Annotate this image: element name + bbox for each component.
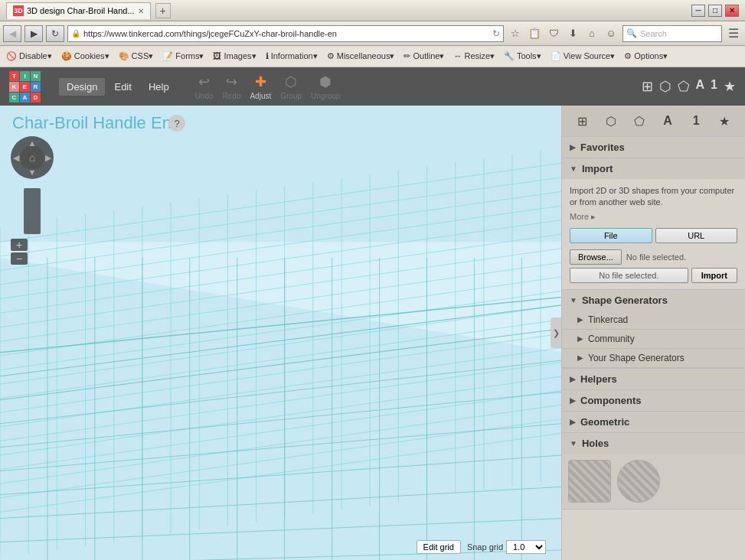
compass-control[interactable]: ▲ ▼ ◀ ▶ ⌂ xyxy=(11,136,54,179)
ungroup-label: Ungroup xyxy=(311,92,340,100)
tinkercad-header[interactable]: ▶ Tinkercad xyxy=(562,311,745,329)
panel-shape-icon[interactable]: ⬠ xyxy=(628,110,651,132)
help-menu-item[interactable]: Help xyxy=(141,78,177,96)
hole-shape-1[interactable] xyxy=(568,460,611,503)
shape-generators-header[interactable]: ▼ Shape Generators xyxy=(562,290,745,311)
number-icon[interactable]: 1 xyxy=(711,78,717,95)
back-button[interactable]: ◀ xyxy=(3,25,21,42)
tools-menu[interactable]: 🔧 Tools▾ xyxy=(501,50,544,63)
panel-toggle-button[interactable]: ❯ xyxy=(551,317,561,348)
zoom-controls: + − xyxy=(11,185,54,265)
helpers-triangle-icon: ▶ xyxy=(570,375,576,383)
url-bar[interactable]: 🔒 https://www.tinkercad.com/things/jcege… xyxy=(67,25,504,42)
forms-menu[interactable]: 📝 Forms▾ xyxy=(159,50,207,63)
css-menu[interactable]: 🎨 CSS▾ xyxy=(116,50,157,63)
snap-grid-select[interactable]: 1.0 0.5 0.25 xyxy=(506,540,546,554)
edit-grid-button[interactable]: Edit grid xyxy=(417,540,461,554)
your-shape-generators-header[interactable]: ▶ Your Shape Generators xyxy=(562,349,745,367)
adjust-button[interactable]: ✚ Adjust xyxy=(250,73,271,100)
menu-icon[interactable]: ☰ xyxy=(725,25,742,42)
zoom-in-button[interactable]: + xyxy=(11,239,28,251)
help-bubble[interactable]: ? xyxy=(168,115,185,132)
text-icon[interactable]: A xyxy=(696,78,705,95)
group-label: Group xyxy=(280,92,302,100)
information-menu[interactable]: ℹ Information▾ xyxy=(263,50,321,63)
design-menu-item[interactable]: Design xyxy=(59,78,105,96)
resize-menu[interactable]: ↔ Resize▾ xyxy=(450,50,498,63)
import-header[interactable]: ▼ Import xyxy=(562,158,745,179)
view-source-menu[interactable]: 📄 View Source▾ xyxy=(547,50,619,63)
your-shape-generators-label: Your Shape Generators xyxy=(588,353,685,363)
url-type-button[interactable]: URL xyxy=(655,228,738,243)
tab-close-button[interactable]: ✕ xyxy=(138,7,144,15)
components-header[interactable]: ▶ Components xyxy=(562,390,745,411)
your-shape-generators-subsection: ▶ Your Shape Generators xyxy=(562,349,745,368)
cookies-menu[interactable]: 🍪 Cookies▾ xyxy=(58,50,113,63)
miscellaneous-menu[interactable]: ⚙ Miscellaneous▾ xyxy=(324,50,398,63)
community-triangle-icon: ▶ xyxy=(577,334,583,343)
edit-menu-item[interactable]: Edit xyxy=(106,78,139,96)
star-icon[interactable]: ☆ xyxy=(507,25,524,42)
community-header[interactable]: ▶ Community xyxy=(562,330,745,348)
main-content: Char-Broil Handle End ? xyxy=(0,106,745,560)
refresh-button[interactable]: ↻ xyxy=(46,25,64,42)
file-type-button[interactable]: File xyxy=(570,228,652,243)
shield-icon[interactable]: 🛡 xyxy=(545,25,562,42)
more-link[interactable]: More ▸ xyxy=(570,212,596,221)
maximize-button[interactable]: □ xyxy=(708,5,722,17)
favorite-icon[interactable]: ★ xyxy=(724,78,736,95)
compass-right-arrow: ▶ xyxy=(45,153,51,163)
file-status-text: No file selected. xyxy=(626,252,686,262)
bookmark-icon[interactable]: 📋 xyxy=(526,25,543,42)
panel-text-icon[interactable]: A xyxy=(656,110,679,132)
import-triangle-icon: ▼ xyxy=(570,164,577,173)
images-menu[interactable]: 🖼 Images▾ xyxy=(210,50,259,63)
browse-button[interactable]: Browse... xyxy=(570,249,622,265)
home-icon[interactable]: ⌂ xyxy=(583,25,600,42)
app-menu: Design Edit Help xyxy=(59,78,177,96)
grid-icon[interactable]: ⊞ xyxy=(642,78,653,95)
holes-header[interactable]: ▼ Holes xyxy=(562,433,745,454)
download-icon[interactable]: ⬇ xyxy=(564,25,581,42)
helpers-header[interactable]: ▶ Helpers xyxy=(562,369,745,389)
panel-star-icon[interactable]: ★ xyxy=(713,110,736,132)
shape-icon[interactable]: ⬠ xyxy=(678,78,690,95)
minimize-button[interactable]: ─ xyxy=(691,5,705,17)
forward-button[interactable]: ▶ xyxy=(25,25,43,42)
app-area: T I N K E R C A D Design Edit Help ↩ Und… xyxy=(0,67,745,560)
snap-grid-label: Snap grid xyxy=(467,542,503,552)
canvas-area[interactable]: Char-Broil Handle End ? xyxy=(0,106,561,560)
compass-home[interactable]: ⌂ xyxy=(20,145,44,170)
favorites-header[interactable]: ▶ Favorites xyxy=(562,137,745,158)
hole-shape-2[interactable] xyxy=(617,460,660,503)
community-subsection: ▶ Community xyxy=(562,330,745,349)
disable-menu[interactable]: 🚫 Disable▾ xyxy=(3,50,55,63)
geometric-section: ▶ Geometric xyxy=(562,412,745,433)
outline-menu[interactable]: ✏ Outline▾ xyxy=(400,50,447,63)
design-title: Char-Broil Handle End xyxy=(12,113,181,133)
components-label: Components xyxy=(580,395,641,406)
import-button[interactable]: Import xyxy=(691,268,737,283)
group-button[interactable]: ⬡ Group xyxy=(280,73,302,100)
import-type-row: File URL xyxy=(570,228,737,243)
close-button[interactable]: ✕ xyxy=(725,5,739,17)
ungroup-button[interactable]: ⬢ Ungroup xyxy=(311,73,340,100)
undo-button[interactable]: ↩ Undo xyxy=(195,73,214,100)
zoom-out-button[interactable]: − xyxy=(11,252,28,265)
redo-button[interactable]: ↪ Redo xyxy=(223,73,241,100)
smiley-icon[interactable]: ☺ xyxy=(603,25,619,42)
geometric-header[interactable]: ▶ Geometric xyxy=(562,412,745,432)
community-label: Community xyxy=(588,334,635,344)
new-tab-button[interactable]: + xyxy=(155,3,171,18)
panel-cube-icon[interactable]: ⬡ xyxy=(600,110,622,132)
panel-grid-icon[interactable]: ⊞ xyxy=(571,110,594,132)
refresh-small-icon[interactable]: ↻ xyxy=(492,28,500,39)
panel-number-icon[interactable]: 1 xyxy=(685,110,707,132)
search-bar[interactable]: 🔍 Search xyxy=(622,25,722,42)
cube-icon[interactable]: ⬡ xyxy=(659,78,671,95)
browser-tab[interactable]: 3D 3D design Char-Broil Hand... ✕ xyxy=(6,2,151,19)
helpers-section: ▶ Helpers xyxy=(562,369,745,390)
options-menu[interactable]: ⚙ Options▾ xyxy=(621,50,671,63)
zoom-slider[interactable] xyxy=(24,188,41,234)
tinkercad-logo[interactable]: T I N K E R C A D xyxy=(9,71,41,103)
